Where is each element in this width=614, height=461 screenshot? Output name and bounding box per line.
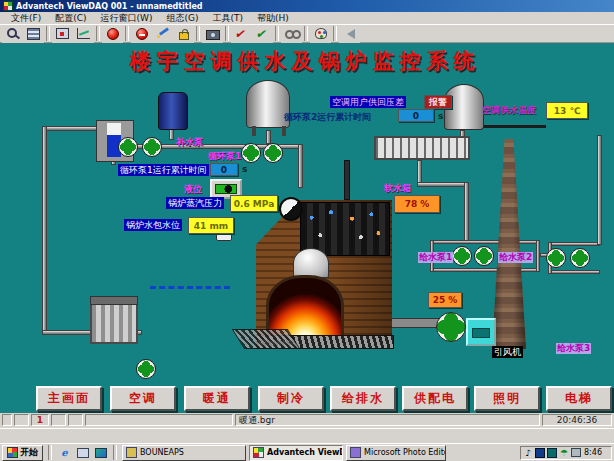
confirm-green-button[interactable]: ✔ — [252, 25, 273, 43]
toolbar-separator — [96, 26, 100, 41]
fan-control-box — [466, 318, 496, 346]
label-makeup-pump: 补水泵 — [176, 136, 203, 149]
task-button-viewdaq[interactable]: Advantech ViewDAQ 0... — [249, 445, 343, 461]
flue-duct — [388, 318, 440, 328]
pipe — [266, 130, 271, 144]
red-valve — [386, 251, 400, 260]
pump2-runtime-unit: s — [438, 111, 443, 121]
menu-setup[interactable]: 组态(G) — [159, 12, 205, 25]
soft-tank-value: 78 % — [394, 195, 440, 213]
nav-button-main[interactable]: 主画面 — [36, 386, 102, 411]
back-button[interactable] — [339, 25, 360, 43]
nav-button-power[interactable]: 供配电 — [402, 386, 468, 411]
palette-button[interactable] — [310, 25, 331, 43]
channels-icon[interactable] — [93, 446, 108, 459]
photo-editor-icon — [350, 447, 361, 458]
pump-fan — [452, 246, 472, 266]
water-softener — [90, 302, 138, 344]
menu-file[interactable]: 文件(F) — [4, 12, 48, 25]
windows-logo-icon — [7, 447, 18, 458]
toolbar: ✔ ✔ — [0, 24, 614, 43]
steam-pressure-value: 0.6 MPa — [230, 195, 278, 212]
pump-fan — [142, 137, 162, 157]
edit-button[interactable] — [152, 25, 173, 43]
pipe — [417, 182, 469, 187]
camera-icon — [206, 30, 220, 40]
alarm-ball-icon — [107, 28, 119, 40]
nav-button-elevator[interactable]: 电梯 — [546, 386, 612, 411]
security-button[interactable] — [281, 25, 302, 43]
tank-leg — [282, 126, 286, 136]
task-label: Microsoft Photo Editor ... — [364, 448, 446, 457]
dashed-water-line — [150, 286, 230, 289]
alarm-button[interactable] — [102, 25, 123, 43]
boiler-dome — [293, 248, 329, 278]
title-bar[interactable]: Advantech ViewDAQ 001 - unnamedtitled — [0, 0, 614, 12]
snapshot-button[interactable] — [202, 25, 223, 43]
pump1-runtime-unit: s — [242, 164, 247, 174]
pipe — [548, 270, 600, 274]
label-steam-pressure: 锅炉蒸汽压力 — [166, 197, 224, 209]
internet-explorer-icon[interactable]: e — [57, 446, 72, 459]
pump-fan — [570, 248, 590, 268]
trend-button[interactable] — [73, 25, 94, 43]
scada-canvas: 楼宇空调供水及锅炉监控系统 — [0, 43, 614, 413]
confirm-red-button[interactable]: ✔ — [231, 25, 252, 43]
nav-button-lighting[interactable]: 照明 — [474, 386, 540, 411]
toolbar-separator — [333, 26, 337, 41]
nav-button-water[interactable]: 给排水 — [330, 386, 396, 411]
status-file-name: 暖通.bgr — [235, 414, 540, 426]
toolbar-separator — [304, 26, 308, 41]
lock-button[interactable] — [173, 25, 194, 43]
pump-fan — [118, 137, 138, 157]
label-pump1-runtime: 循环泵1运行累计时间 — [118, 164, 209, 176]
menu-tools[interactable]: 工具(T) — [205, 12, 250, 25]
task-label: BOUNEAPS — [140, 448, 184, 457]
pump2-runtime-value: 0 — [398, 109, 434, 122]
search-button[interactable] — [2, 25, 23, 43]
taskbar: 开始 e BOUNEAPS Advantech ViewDAQ 0... Mic… — [0, 443, 614, 461]
taskbar-separator — [113, 445, 117, 460]
report-button[interactable] — [23, 25, 44, 43]
display-button[interactable] — [52, 25, 73, 43]
monitor-icon[interactable] — [535, 448, 545, 458]
alarm-stop-button[interactable] — [131, 25, 152, 43]
menu-config[interactable]: 配置(C) — [48, 12, 93, 25]
task-button-photo-editor[interactable]: Microsoft Photo Editor ... — [346, 445, 446, 461]
antivirus-umbrella-icon[interactable]: ☂ — [559, 448, 569, 458]
nav-button-cooling[interactable]: 制冷 — [258, 386, 324, 411]
nav-button-ac[interactable]: 空调 — [110, 386, 176, 411]
pump-fan — [263, 143, 283, 163]
menu-run-window[interactable]: 运行窗口(W) — [94, 12, 160, 25]
status-bar: 1 暖通.bgr 20:46:36 — [0, 413, 614, 428]
scheduler-icon[interactable] — [547, 448, 557, 458]
screen: Advantech ViewDAQ 001 - unnamedtitled 文件… — [0, 0, 614, 461]
pipe — [430, 240, 540, 244]
show-desktop-icon[interactable] — [75, 446, 90, 459]
pipe — [42, 126, 47, 334]
nav-button-hvac[interactable]: 暖通 — [184, 386, 250, 411]
label-feed-pump1: 给水泵1 — [418, 252, 453, 263]
chimney — [492, 139, 526, 349]
start-button[interactable]: 开始 — [2, 445, 43, 461]
toolbar-separator — [196, 26, 200, 41]
draft-fan — [436, 312, 466, 342]
back-arrow-icon — [342, 29, 355, 39]
pump-fan — [241, 143, 261, 163]
label-level: 液位 — [184, 183, 202, 196]
pump-fan — [136, 359, 156, 379]
pipe — [44, 126, 100, 131]
pen-icon — [157, 29, 169, 39]
tray-clock[interactable]: 8:46 — [584, 448, 602, 457]
search-icon — [6, 28, 20, 40]
confirm-red-icon: ✔ — [235, 28, 249, 40]
volume-icon[interactable]: ♪ — [523, 448, 533, 458]
label-pump2-runtime: 循环泵2运行累计时间 — [284, 111, 371, 124]
status-page-number: 1 — [31, 414, 49, 426]
menu-help[interactable]: 帮助(H) — [250, 12, 296, 25]
pump1-runtime-value: 0 — [210, 163, 238, 176]
label-drum-level: 锅炉水包水位 — [124, 219, 182, 231]
network-icon[interactable] — [571, 448, 581, 458]
task-button-1[interactable]: BOUNEAPS — [122, 445, 246, 461]
label-diff-pressure: 空调用户供回压差 — [330, 96, 406, 108]
